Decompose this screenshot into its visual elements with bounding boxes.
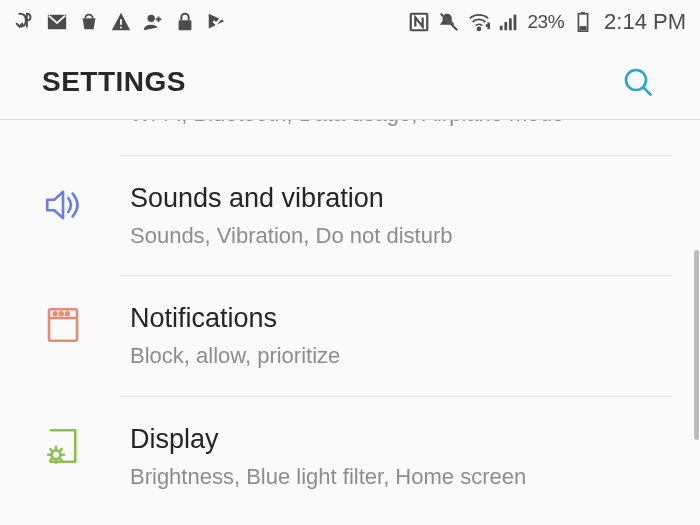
battery-percent: 23%: [528, 11, 565, 33]
lock-icon: [174, 11, 196, 33]
settings-item-sounds[interactable]: Sounds and vibration Sounds, Vibration, …: [120, 156, 672, 276]
svg-rect-8: [499, 26, 502, 31]
svg-line-29: [60, 449, 62, 451]
settings-item-title: Display: [130, 423, 672, 457]
svg-point-15: [626, 70, 646, 90]
settings-item-subtitle: Block, allow, prioritize: [130, 342, 672, 370]
settings-item-title: Sounds and vibration: [130, 182, 672, 216]
svg-line-27: [50, 449, 52, 451]
app-header: SETTINGS: [0, 44, 700, 120]
settings-item-notifications[interactable]: Notifications Block, allow, prioritize: [120, 276, 672, 396]
sync-icon: [14, 11, 36, 33]
svg-rect-14: [580, 26, 587, 30]
svg-point-3: [148, 15, 155, 22]
display-icon: [42, 425, 84, 467]
search-button[interactable]: [618, 62, 658, 102]
status-left: [14, 11, 228, 33]
clock: 2:14 PM: [604, 9, 686, 35]
status-bar: + 23% 2:14 PM: [0, 0, 700, 44]
settings-item-connections[interactable]: Wi-Fi, Bluetooth, Data usage, Airplane m…: [120, 120, 672, 156]
svg-point-20: [60, 312, 63, 315]
person-add-icon: [142, 11, 164, 33]
settings-item-subtitle: Brightness, Blue light filter, Home scre…: [130, 463, 672, 491]
settings-item-display[interactable]: Display Brightness, Blue light filter, H…: [120, 397, 672, 517]
status-right: + 23% 2:14 PM: [408, 9, 686, 35]
notifications-icon: [42, 304, 84, 346]
svg-rect-1: [120, 19, 122, 25]
search-icon: [622, 66, 654, 98]
bag-icon: [78, 11, 100, 33]
settings-list[interactable]: Wi-Fi, Bluetooth, Data usage, Airplane m…: [0, 120, 700, 525]
warning-icon: [110, 11, 132, 33]
svg-text:+: +: [486, 22, 490, 31]
svg-rect-11: [513, 15, 516, 31]
scrollbar-thumb[interactable]: [694, 250, 699, 440]
svg-point-19: [54, 312, 57, 315]
settings-item-subtitle: Wi-Fi, Bluetooth, Data usage, Airplane m…: [130, 120, 672, 133]
svg-line-16: [644, 87, 652, 95]
settings-item-title: Notifications: [130, 302, 672, 336]
svg-point-21: [66, 312, 69, 315]
svg-rect-9: [504, 22, 507, 30]
nfc-icon: [408, 11, 430, 33]
battery-icon: [572, 11, 594, 33]
wifi-icon: +: [468, 11, 490, 33]
play-check-icon: [206, 11, 228, 33]
svg-point-6: [477, 28, 480, 31]
svg-rect-2: [120, 27, 122, 29]
svg-line-30: [50, 458, 52, 460]
page-title: SETTINGS: [42, 66, 186, 98]
signal-icon: [498, 11, 520, 33]
mail-icon: [46, 11, 68, 33]
svg-rect-13: [581, 12, 585, 14]
mute-icon: [438, 11, 460, 33]
sound-icon: [42, 184, 84, 226]
settings-item-subtitle: Sounds, Vibration, Do not disturb: [130, 222, 672, 250]
svg-rect-10: [509, 18, 512, 30]
svg-line-28: [60, 458, 62, 460]
svg-rect-4: [179, 20, 192, 30]
